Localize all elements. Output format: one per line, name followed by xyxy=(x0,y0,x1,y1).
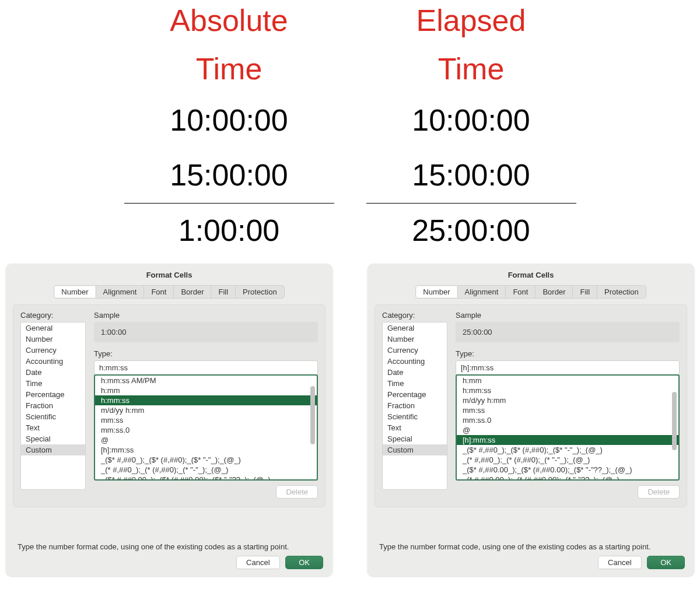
type-item[interactable]: [h]:mm:ss xyxy=(95,445,317,455)
dialog-hint: Type the number format code, using one o… xyxy=(379,542,682,551)
type-item[interactable]: _(* #,##0_);_(* (#,##0);_(* "-"_);_(@_) xyxy=(95,465,317,475)
left-time-sum: 1:00:00 xyxy=(117,204,341,258)
category-item[interactable]: Time xyxy=(383,378,447,389)
dialog-tab[interactable]: Protection xyxy=(235,285,285,299)
heading-absolute-2: Time xyxy=(117,45,341,93)
type-item[interactable]: h:mm xyxy=(95,385,317,395)
type-item[interactable]: h:mm:ss xyxy=(95,395,317,405)
category-item[interactable]: Number xyxy=(383,334,447,345)
category-item[interactable]: Fraction xyxy=(383,400,447,411)
dialog-hint: Type the number format code, using one o… xyxy=(18,542,321,551)
dialog-tab[interactable]: Fill xyxy=(211,285,236,299)
type-item[interactable]: _($* #,##0_);_($* (#,##0);_($* "-"_);_(@… xyxy=(95,455,317,465)
delete-button[interactable]: Delete xyxy=(276,485,318,499)
right-time-a: 10:00:00 xyxy=(359,93,583,148)
dialog-tabbar: NumberAlignmentFontBorderFillProtection xyxy=(13,285,326,299)
category-item[interactable]: Currency xyxy=(383,345,447,356)
heading-elapsed-2: Time xyxy=(359,45,583,93)
category-item[interactable]: Scientific xyxy=(21,411,85,422)
dialog-tab[interactable]: Number xyxy=(54,285,96,299)
dialog-tab[interactable]: Border xyxy=(535,285,573,299)
category-item[interactable]: Date xyxy=(383,367,447,378)
heading-elapsed-1: Elapsed xyxy=(359,0,583,45)
category-item[interactable]: General xyxy=(21,322,85,334)
dialog-tab[interactable]: Border xyxy=(173,285,211,299)
ok-button[interactable]: OK xyxy=(647,556,685,569)
category-item[interactable]: Accounting xyxy=(21,356,85,367)
type-item[interactable]: h:mm:ss AM/PM xyxy=(95,376,317,385)
type-item[interactable]: _($* #,##0_);_($* (#,##0);_($* "-"_);_(@… xyxy=(457,445,678,455)
category-item[interactable]: Special xyxy=(21,433,85,444)
right-time-b: 15:00:00 xyxy=(359,148,583,203)
sample-value: 1:00:00 xyxy=(94,322,318,342)
dialog-tab[interactable]: Protection xyxy=(597,285,646,299)
category-item[interactable]: Accounting xyxy=(383,356,447,367)
type-label: Type: xyxy=(94,349,318,358)
type-item[interactable]: h:mm xyxy=(457,376,678,385)
type-item[interactable]: @ xyxy=(457,425,678,435)
category-item[interactable]: Special xyxy=(383,433,447,444)
type-item[interactable]: h:mm:ss xyxy=(457,385,678,395)
category-item[interactable]: General xyxy=(383,322,447,334)
type-item[interactable]: _(* #,##0.00_);_(* (#,##0.00);_(* "-"??_… xyxy=(457,475,678,481)
category-item[interactable]: Percentage xyxy=(21,389,85,400)
type-item[interactable]: [h]:mm:ss xyxy=(457,435,678,445)
type-list: h:mm:ss AM/PMh:mmh:mm:ssm/d/yy h:mmmm:ss… xyxy=(94,374,318,481)
dialog-tab[interactable]: Number xyxy=(415,285,457,299)
category-item[interactable]: Text xyxy=(21,422,85,433)
category-item[interactable]: Time xyxy=(21,378,85,389)
type-item[interactable]: _($* #,##0.00_);_($* (#,##0.00);_($* "-"… xyxy=(457,465,678,475)
type-item[interactable]: _(* #,##0_);_(* (#,##0);_(* "-"_);_(@_) xyxy=(457,455,678,465)
type-item[interactable]: mm:ss.0 xyxy=(457,415,678,425)
dialog-tab[interactable]: Alignment xyxy=(96,285,145,299)
category-item[interactable]: Scientific xyxy=(383,411,447,422)
category-label: Category: xyxy=(20,311,86,320)
dialog-tab[interactable]: Font xyxy=(144,285,174,299)
category-item[interactable]: Date xyxy=(21,367,85,378)
type-item[interactable]: _($* #,##0.00_);_($* (#,##0.00);_($* "-"… xyxy=(95,475,317,481)
column-absolute: Absolute Time 10:00:00 15:00:00 1:00:00 xyxy=(117,0,341,258)
dialog-tab[interactable]: Fill xyxy=(572,285,597,299)
column-elapsed: Elapsed Time 10:00:00 15:00:00 25:00:00 xyxy=(359,0,583,258)
sample-value: 25:00:00 xyxy=(456,322,680,342)
category-item[interactable]: Currency xyxy=(21,345,85,356)
delete-button[interactable]: Delete xyxy=(638,485,680,499)
cancel-button[interactable]: Cancel xyxy=(236,556,279,569)
sample-label: Sample xyxy=(94,311,318,320)
type-input[interactable] xyxy=(456,360,680,375)
dialog-tabbar: NumberAlignmentFontBorderFillProtection xyxy=(374,285,687,299)
category-item[interactable]: Percentage xyxy=(383,389,447,400)
type-list: h:mmh:mm:ssm/d/yy h:mmmm:ssmm:ss.0@[h]:m… xyxy=(456,374,680,481)
type-item[interactable]: mm:ss xyxy=(457,405,678,415)
category-item[interactable]: Number xyxy=(21,334,85,345)
heading-absolute-1: Absolute xyxy=(117,0,341,45)
type-item[interactable]: m/d/yy h:mm xyxy=(95,405,317,415)
type-label: Type: xyxy=(456,349,680,358)
category-item[interactable]: Custom xyxy=(383,444,447,455)
ok-button[interactable]: OK xyxy=(285,556,323,569)
type-item[interactable]: @ xyxy=(95,435,317,445)
dialog-title: Format Cells xyxy=(374,269,687,285)
category-label: Category: xyxy=(382,311,447,320)
type-item[interactable]: mm:ss xyxy=(95,415,317,425)
type-item[interactable]: mm:ss.0 xyxy=(95,425,317,435)
dialog-tab[interactable]: Font xyxy=(505,285,536,299)
left-time-b: 15:00:00 xyxy=(117,148,341,203)
dialog-tab[interactable]: Alignment xyxy=(457,285,506,299)
category-item[interactable]: Fraction xyxy=(21,400,85,411)
left-time-a: 10:00:00 xyxy=(117,93,341,148)
format-cells-dialog-right: Format Cells NumberAlignmentFontBorderFi… xyxy=(368,264,694,576)
category-list: GeneralNumberCurrencyAccountingDateTimeP… xyxy=(382,322,447,490)
type-item[interactable]: m/d/yy h:mm xyxy=(457,395,678,405)
sample-label: Sample xyxy=(456,311,680,320)
category-list: GeneralNumberCurrencyAccountingDateTimeP… xyxy=(20,322,86,490)
right-time-sum: 25:00:00 xyxy=(359,204,583,258)
dialog-title: Format Cells xyxy=(13,269,326,285)
format-cells-dialog-left: Format Cells NumberAlignmentFontBorderFi… xyxy=(6,264,332,576)
category-item[interactable]: Text xyxy=(383,422,447,433)
cancel-button[interactable]: Cancel xyxy=(598,556,641,569)
category-item[interactable]: Custom xyxy=(21,444,85,455)
type-input[interactable] xyxy=(94,360,318,375)
